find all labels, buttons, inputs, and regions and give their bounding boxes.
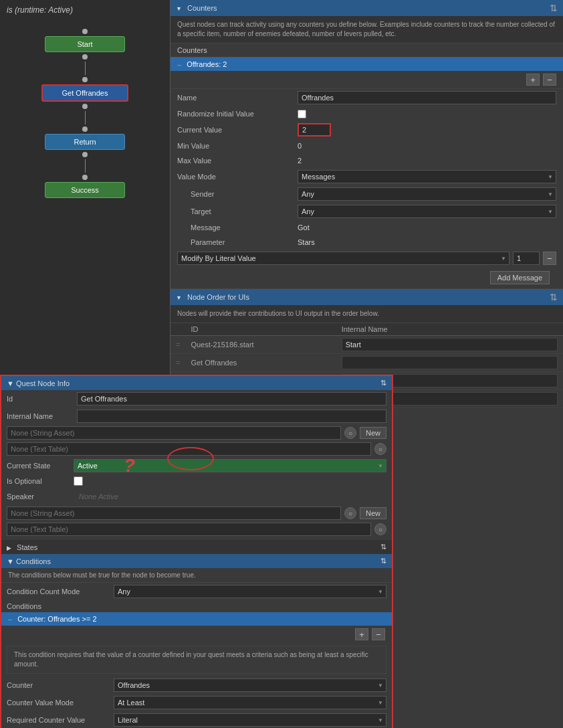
node-container: Start Get Offrandes Return Success: [0, 20, 170, 198]
modify-select[interactable]: Modify By Literal Value: [177, 252, 510, 265]
required-counter-value-row: Required Counter Value Literal Counter: [1, 711, 392, 728]
node-get-offrandes[interactable]: Get Offrandes: [41, 84, 128, 102]
value-mode-label: Value Mode: [177, 173, 298, 181]
internal-name-input-2[interactable]: [342, 356, 558, 369]
col-id: ID: [185, 323, 336, 336]
current-value-label: Current Value: [177, 126, 298, 134]
condition-description: This condition requires that the value o…: [7, 646, 386, 674]
node-dot-2: [82, 77, 88, 82]
quest-internal-name-row: Internal Name: [1, 407, 392, 425]
parameter-label: Parameter: [177, 238, 298, 246]
conditions-triangle-icon: ▼: [7, 557, 14, 565]
quest-id-row: Id: [1, 390, 392, 407]
none-active-text: None Active: [74, 490, 124, 503]
parameter-row: Parameter Stars: [171, 235, 563, 250]
quest-internal-name-input[interactable]: [77, 410, 386, 423]
node-order-triangle-icon: ▼: [176, 294, 182, 301]
counters-info-text: Quest nodes can track activity using any…: [171, 16, 563, 43]
node-success[interactable]: Success: [45, 182, 125, 198]
node-line-1: [85, 62, 86, 75]
required-counter-value-select[interactable]: Literal Counter: [114, 713, 386, 727]
current-value-input[interactable]: [298, 123, 331, 136]
randomize-row: Randomize Initial Value: [171, 106, 563, 121]
counter-remove-button[interactable]: −: [543, 74, 556, 86]
condition-remove-button[interactable]: −: [372, 628, 385, 640]
speaker-string-asset-circle-button[interactable]: ○: [344, 507, 356, 519]
node-return[interactable]: Return: [45, 134, 125, 150]
message-row: Message Got: [171, 220, 563, 235]
node-order-title: Node Order for UIs: [187, 293, 249, 301]
speaker-text-table-circle-button[interactable]: ○: [374, 523, 386, 535]
drag-handle-2[interactable]: =: [171, 354, 185, 372]
states-triangle-icon: ▶: [7, 545, 11, 551]
counter-field-select[interactable]: Offrandes: [114, 678, 386, 692]
drag-handle-1[interactable]: =: [171, 336, 185, 354]
node-id-1: Quest-215186.start: [185, 336, 336, 354]
condition-pm-row: + −: [1, 626, 392, 643]
condition-count-mode-label: Condition Count Mode: [7, 587, 114, 596]
conditions-arrows: ⇅: [380, 557, 386, 565]
node-dot-4: [82, 126, 88, 132]
question-mark-annotation: ?: [124, 455, 135, 476]
name-input[interactable]: [298, 91, 556, 104]
plus-minus-row: + −: [171, 71, 563, 89]
speaker-label: Speaker: [7, 492, 74, 500]
modify-input[interactable]: [513, 252, 540, 265]
value-mode-select[interactable]: Messages: [298, 170, 556, 183]
counter-row-selected[interactable]: – Offrandes: 2: [171, 58, 563, 71]
quest-node-info-title: Quest Node Info: [16, 379, 70, 387]
condition-count-mode-select[interactable]: Any All: [114, 585, 386, 598]
counter-add-button[interactable]: +: [526, 74, 540, 86]
modify-row: Modify By Literal Value −: [171, 250, 563, 267]
name-row: Name: [171, 89, 563, 106]
required-counter-value-label: Required Counter Value: [7, 716, 114, 724]
node-start[interactable]: Start: [45, 36, 125, 52]
target-select[interactable]: Any: [298, 205, 556, 218]
condition-add-button[interactable]: +: [355, 628, 368, 640]
text-table-circle-button[interactable]: ○: [374, 443, 386, 455]
quest-node-info-header: ▼ Quest Node Info ⇅: [1, 376, 392, 390]
speaker-text-table-input[interactable]: [7, 523, 371, 536]
randomize-checkbox[interactable]: [298, 110, 306, 118]
add-message-button[interactable]: Add Message: [490, 271, 550, 284]
condition-selected-label: Counter: Offrandes >= 2: [17, 615, 96, 623]
current-value-row: Current Value: [171, 121, 563, 139]
counter-value-mode-select[interactable]: At Least At Most Exactly: [114, 696, 386, 709]
node-line-2: [85, 111, 86, 124]
sender-select[interactable]: Any: [298, 187, 556, 201]
quest-info-triangle-icon: ▼: [7, 379, 14, 387]
condition-item-selected[interactable]: – Counter: Offrandes >= 2: [1, 612, 392, 626]
quest-id-input[interactable]: [77, 392, 386, 405]
node-dot-top: [82, 29, 88, 34]
speaker-new-button[interactable]: New: [360, 507, 386, 519]
string-asset-new-button[interactable]: New: [360, 427, 386, 439]
node-order-info-text: Nodes will provide their contributions t…: [171, 305, 563, 323]
current-state-select[interactable]: Active Inactive Complete: [74, 459, 386, 472]
speaker-string-asset-input[interactable]: [7, 507, 341, 520]
condition-minus-icon: –: [8, 615, 12, 623]
node-graph-panel: is (runtime: Active) Start Get Offrandes…: [0, 0, 171, 375]
text-table-input[interactable]: [7, 442, 371, 456]
internal-name-input-1[interactable]: [342, 338, 558, 351]
node-id-2: Get Offrandes: [185, 354, 336, 372]
sender-label: Sender: [177, 190, 298, 198]
node-order-arrows: ⇅: [550, 292, 558, 302]
table-row: = Get Offrandes: [171, 354, 563, 372]
states-arrows: ⇅: [380, 543, 386, 551]
optional-checkbox[interactable]: [74, 476, 83, 486]
node-connector-5: [82, 152, 88, 157]
name-label: Name: [177, 94, 298, 102]
min-value-label: Min Value: [177, 142, 298, 150]
speaker-string-asset-row: ○ New: [1, 505, 392, 521]
modify-minus-button[interactable]: −: [543, 252, 556, 265]
string-asset-input[interactable]: [7, 426, 341, 440]
states-section-header[interactable]: ▶ States ⇅: [1, 540, 392, 554]
target-label: Target: [177, 207, 298, 215]
runtime-label: is (runtime: Active): [0, 0, 170, 20]
bottom-panel: ▼ Quest Node Info ⇅ Id Internal Name ○ N…: [0, 375, 393, 728]
counter-field-row: Counter Offrandes: [1, 676, 392, 694]
conditions-info-text: The conditions below must be true for th…: [1, 568, 392, 583]
col-internal-name: Internal Name: [336, 323, 563, 336]
table-row: = Quest-215186.start: [171, 336, 563, 354]
string-asset-circle-button[interactable]: ○: [344, 427, 356, 439]
